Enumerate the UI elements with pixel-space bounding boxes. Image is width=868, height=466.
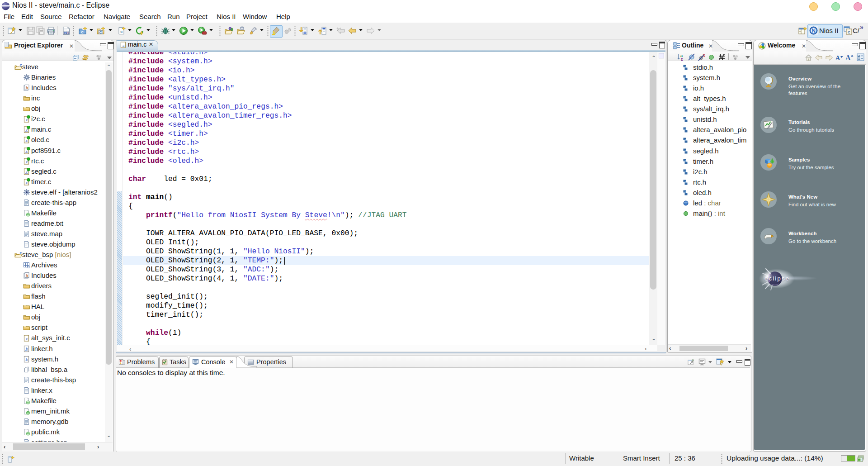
svg-text:.c: .c [122,43,124,48]
svg-text:C: C [848,30,850,34]
svg-text:A: A [835,55,840,61]
svg-text:C: C [81,30,84,34]
svg-text:C: C [99,30,102,34]
svg-text:A: A [845,54,851,61]
svg-text:z: z [681,57,683,61]
svg-text:N: N [811,28,816,34]
svg-text:010: 010 [64,32,69,35]
svg-text:c: c [120,29,123,34]
